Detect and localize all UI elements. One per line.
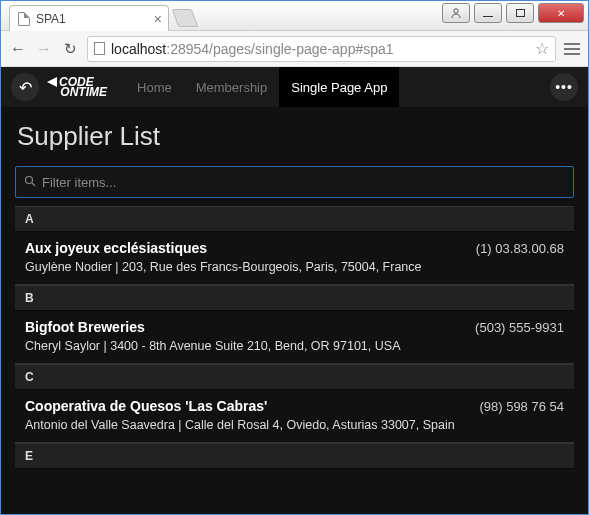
search-icon: [24, 175, 36, 190]
bookmark-icon[interactable]: ☆: [535, 39, 549, 58]
supplier-name: Aux joyeux ecclésiastiques: [25, 240, 476, 256]
tab-title: SPA1: [36, 12, 66, 26]
url-host: localhost: [111, 41, 166, 57]
list-item[interactable]: Cooperativa de Quesos 'Las Cabras'(98) 5…: [15, 390, 574, 443]
app-back-button[interactable]: ↶: [11, 73, 39, 101]
back-button[interactable]: ←: [9, 40, 27, 58]
app-logo: CODE ONTIME: [47, 77, 107, 98]
nav-link[interactable]: Home: [125, 67, 184, 107]
svg-point-1: [26, 176, 33, 183]
close-window-button[interactable]: ✕: [538, 3, 584, 23]
address-bar-row: ← → ↻ localhost:28954/pages/single-page-…: [1, 31, 588, 67]
group-header[interactable]: E: [15, 443, 574, 469]
filter-placeholder: Filter items...: [42, 175, 116, 190]
group-header[interactable]: A: [15, 206, 574, 232]
nav-link[interactable]: Membership: [184, 67, 280, 107]
list-item[interactable]: Aux joyeux ecclésiastiques(1) 03.83.00.6…: [15, 232, 574, 285]
supplier-phone: (1) 03.83.00.68: [476, 241, 564, 256]
supplier-name: Bigfoot Breweries: [25, 319, 475, 335]
app-toolbar: ↶ CODE ONTIME HomeMembershipSingle Page …: [1, 67, 588, 107]
group-header[interactable]: C: [15, 364, 574, 390]
chrome-menu-icon[interactable]: [564, 41, 580, 57]
supplier-phone: (503) 555-9931: [475, 320, 564, 335]
more-menu-button[interactable]: •••: [550, 73, 578, 101]
supplier-detail: Antonio del Valle Saavedra | Calle del R…: [25, 418, 564, 432]
svg-line-2: [32, 183, 35, 186]
supplier-detail: Guylène Nodier | 203, Rue des Francs-Bou…: [25, 260, 564, 274]
page-title: Supplier List: [17, 121, 574, 152]
window-titlebar: SPA1 × ✕: [1, 1, 588, 31]
address-bar[interactable]: localhost:28954/pages/single-page-app#sp…: [87, 36, 556, 62]
filter-input[interactable]: Filter items...: [15, 166, 574, 198]
nav-link[interactable]: Single Page App: [279, 67, 399, 107]
file-icon: [18, 12, 30, 26]
close-tab-icon[interactable]: ×: [154, 11, 162, 27]
forward-button: →: [35, 40, 53, 58]
supplier-phone: (98) 598 76 54: [479, 399, 564, 414]
supplier-list: AAux joyeux ecclésiastiques(1) 03.83.00.…: [15, 206, 574, 469]
reload-button[interactable]: ↻: [61, 40, 79, 58]
list-item[interactable]: Bigfoot Breweries(503) 555-9931Cheryl Sa…: [15, 311, 574, 364]
supplier-detail: Cheryl Saylor | 3400 - 8th Avenue Suite …: [25, 339, 564, 353]
svg-point-0: [454, 9, 458, 13]
minimize-button[interactable]: [474, 3, 502, 23]
user-icon[interactable]: [442, 3, 470, 23]
browser-tab[interactable]: SPA1 ×: [9, 5, 169, 31]
maximize-button[interactable]: [506, 3, 534, 23]
page-icon: [94, 42, 105, 55]
group-header[interactable]: B: [15, 285, 574, 311]
supplier-name: Cooperativa de Quesos 'Las Cabras': [25, 398, 479, 414]
url-path: :28954/pages/single-page-app#spa1: [166, 41, 393, 57]
